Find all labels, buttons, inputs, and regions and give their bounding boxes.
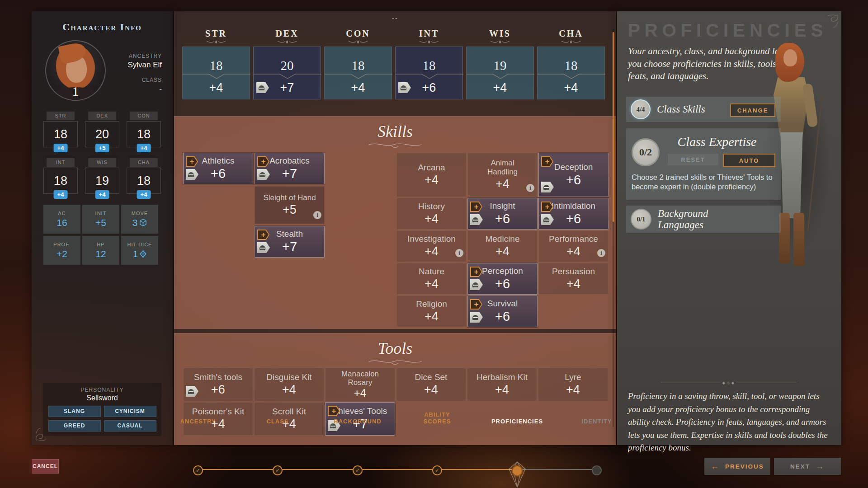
scroll-hint: -- [174,14,616,22]
ancestry-value: Sylvan Elf [108,61,162,70]
arrow-left-icon: ← [711,462,720,470]
info-icon[interactable]: i [597,249,605,257]
flourish-icon [206,40,226,45]
proficiency-helmet-icon [257,242,270,253]
skill-tile-nature[interactable]: Nature +4 [396,263,467,295]
personality-label: PERSONALITY [43,387,161,393]
skills-right-grid: Arcana +4 Animal Handling +4 i + Decepti… [396,153,609,327]
expand-plus-icon: + [257,230,269,240]
proficiencies-panel: PROFICIENCIES Your ancestry, class, and … [617,11,841,445]
cube-icon [139,219,147,226]
proficiency-helmet-icon [541,214,554,225]
skill-tile-history[interactable]: History +4 [396,198,467,230]
chevron-divider [325,73,392,80]
skill-tile-survival[interactable]: + Survival +6 [467,296,538,327]
skill-tile-sleight-of-hand[interactable]: Sleight of Hand +5 i [255,186,325,224]
modifier-badge: +5 [95,144,109,152]
character-summary: ANCESTRY Sylvan Elf CLASS - [108,53,162,94]
personality-tag: CYNICISM [104,406,156,417]
stat-str: STR 18 +4 [43,112,78,147]
skill-tile-perception[interactable]: + Perception +6 [467,263,538,295]
tool-tile-disguise-kit[interactable]: Disguise Kit +4 [254,368,324,401]
skill-tile-stealth[interactable]: + Stealth +7 [255,226,325,258]
cancel-button[interactable]: CANCEL [32,459,59,474]
auto-button[interactable]: AUTO [723,154,775,167]
save-column-dex[interactable]: DEX 20 +7 [253,28,321,99]
save-column-int[interactable]: INT 18 +6 [395,28,463,99]
change-button[interactable]: CHANGE [730,103,775,117]
character-portrait: 1 [45,40,106,101]
stat-con: CON 18 +4 [127,112,161,147]
proficiency-detail-panel: -- STR 18 +4 DEX 20 +7 CON [174,11,616,445]
skill-tile-athletics[interactable]: + Athletics +6 [183,153,253,184]
skill-tile-animal-handling[interactable]: Animal Handling +4 i [467,153,538,197]
check-icon: ✓ [193,465,203,475]
skill-tile-investigation[interactable]: Investigation +4 i [396,230,467,262]
background-languages-label: Background Languages [658,208,726,231]
flourish-icon [419,40,439,45]
flourish-icon [490,40,510,45]
tool-tile-manacalon-rosary[interactable]: Manacalon Rosary +4 [325,368,395,401]
class-expertise-description: Choose 2 trained skills or Thieves' Tool… [632,173,775,191]
chevron-divider [396,73,463,80]
modifier-badge: +4 [54,190,68,199]
corner-flourish [819,13,840,31]
info-icon[interactable]: i [455,249,463,257]
class-expertise-card: 0/2 Class Expertise RESET AUTO Choose 2 … [626,128,781,200]
previous-button[interactable]: ← PREVIOUS [704,458,770,475]
skill-tile-medicine[interactable]: Medicine +4 [467,230,538,262]
flourish-icon [561,40,581,45]
flourish-icon [366,141,425,149]
save-column-str[interactable]: STR 18 +4 [182,28,250,99]
check-icon: ✓ [353,465,363,475]
save-column-con[interactable]: CON 18 +4 [324,28,392,99]
skill-tile-intimidation[interactable]: + Intimidation +6 [538,198,609,230]
save-column-wis[interactable]: WIS 19 +4 [466,28,534,99]
skill-tile-persuasion[interactable]: Persuasion +4 [538,263,609,295]
tools-grid: Smith's tools +6 Disguise Kit +4 Manacal… [183,368,608,436]
personality-tag: CASUAL [104,420,156,432]
skill-tile-deception[interactable]: + Deception +6 [538,153,609,197]
modifier-badge: +4 [137,144,151,152]
next-button[interactable]: NEXT → [774,458,841,475]
class-expertise-counter: 0/2 [632,138,660,166]
skill-tile-insight[interactable]: + Insight +6 [467,198,538,230]
tool-tile-lyre[interactable]: Lyre +4 [538,368,608,401]
panel-title: Character Info [32,21,173,33]
character-info-panel: Character Info 1 ANCESTRY Sylvan Elf CLA… [32,11,173,445]
class-skills-card: 4/4 Class Skills CHANGE [626,97,781,122]
skills-title: Skills [174,117,616,141]
decorative-divider: ◆◇◆ [660,381,796,385]
modifier-badge: +4 [54,144,68,152]
personality-tag: SLANG [48,406,101,417]
info-icon[interactable]: i [313,211,321,219]
proficiency-helmet-icon [470,279,483,290]
chevron-divider [538,73,605,80]
stepper-remaining-line [518,469,597,470]
personality-tags: SLANG CYNICISM GREED CASUAL [43,406,161,432]
skill-tile-performance[interactable]: Performance +4 i [538,230,609,262]
stat-prof: PROF. +2 [43,236,80,265]
skill-tile-religion[interactable]: Religion +4 [396,296,467,327]
d8-icon [140,250,146,258]
skill-tile-arcana[interactable]: Arcana +4 [396,153,467,197]
skills-section: Skills + Athletics +6 + Acrobatics +7 Sl… [174,116,616,329]
tool-tile-herbalism-kit[interactable]: Herbalism Kit +4 [467,368,537,401]
class-expertise-label: Class Expertise [653,135,781,149]
tool-tile-smiths-tools[interactable]: Smith's tools +6 [183,368,253,401]
stat-dex: DEX 20 +5 [85,112,119,147]
corner-flourish [34,424,55,442]
save-column-cha[interactable]: CHA 18 +4 [537,28,605,99]
personality-tag: GREED [48,420,101,432]
tool-tile-dice-set[interactable]: Dice Set +4 [396,368,466,401]
class-value: - [108,84,162,94]
flourish-icon [348,40,368,45]
scrollbar-thumb[interactable] [613,32,614,222]
flourish-icon [366,358,425,366]
proficiency-helmet-icon [257,169,270,180]
info-icon[interactable]: i [526,184,534,192]
character-level: 1 [46,84,105,99]
skill-tile-acrobatics[interactable]: + Acrobatics +7 [255,153,325,184]
class-label: CLASS [108,77,162,83]
reset-button[interactable]: RESET [668,154,718,165]
